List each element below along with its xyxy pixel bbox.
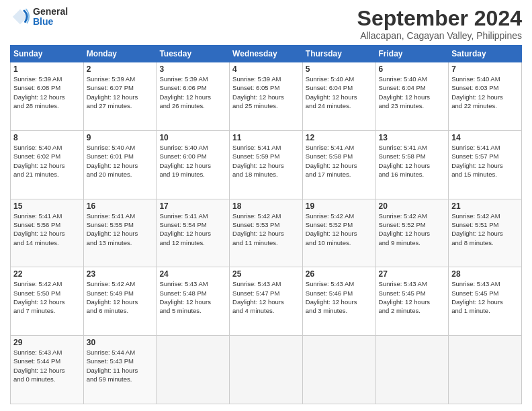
table-row: 9Sunrise: 5:40 AM Sunset: 6:01 PM Daylig… — [83, 130, 157, 199]
day-number: 21 — [451, 201, 519, 211]
table-row: 1Sunrise: 5:39 AM Sunset: 6:08 PM Daylig… — [11, 62, 84, 131]
day-info: Sunrise: 5:39 AM Sunset: 6:08 PM Dayligh… — [13, 75, 65, 109]
title-section: September 2024 Allacapan, Cagayan Valley… — [357, 7, 522, 41]
header-monday: Monday — [83, 46, 157, 62]
day-number: 27 — [379, 269, 446, 279]
calendar-row: 8Sunrise: 5:40 AM Sunset: 6:02 PM Daylig… — [11, 130, 522, 199]
day-info: Sunrise: 5:42 AM Sunset: 5:53 PM Dayligh… — [232, 212, 284, 246]
day-number: 4 — [232, 64, 300, 74]
day-number: 5 — [306, 64, 373, 74]
day-number: 28 — [451, 269, 519, 279]
day-number: 8 — [13, 133, 81, 142]
day-number: 16 — [87, 201, 154, 211]
day-number: 7 — [451, 64, 519, 74]
day-number: 6 — [379, 64, 446, 74]
table-row: 5Sunrise: 5:40 AM Sunset: 6:04 PM Daylig… — [302, 62, 375, 131]
table-row: 25Sunrise: 5:43 AM Sunset: 5:47 PM Dayli… — [230, 267, 303, 336]
header-saturday: Saturday — [449, 46, 522, 62]
table-row: 22Sunrise: 5:42 AM Sunset: 5:50 PM Dayli… — [11, 267, 84, 336]
calendar-row: 22Sunrise: 5:42 AM Sunset: 5:50 PM Dayli… — [11, 267, 522, 336]
table-row: 6Sunrise: 5:40 AM Sunset: 6:04 PM Daylig… — [375, 62, 449, 131]
day-info: Sunrise: 5:42 AM Sunset: 5:52 PM Dayligh… — [306, 212, 357, 246]
day-number: 29 — [13, 338, 81, 347]
table-row — [157, 336, 230, 404]
calendar-table: Sunday Monday Tuesday Wednesday Thursday… — [10, 45, 522, 404]
table-row: 12Sunrise: 5:41 AM Sunset: 5:58 PM Dayli… — [302, 130, 375, 199]
table-row: 7Sunrise: 5:40 AM Sunset: 6:03 PM Daylig… — [449, 62, 522, 131]
header-sunday: Sunday — [11, 46, 84, 62]
day-number: 1 — [13, 64, 81, 74]
day-number: 3 — [159, 64, 226, 74]
day-info: Sunrise: 5:43 AM Sunset: 5:46 PM Dayligh… — [306, 280, 357, 314]
day-number: 24 — [159, 269, 226, 279]
table-row — [302, 336, 375, 404]
table-row: 20Sunrise: 5:42 AM Sunset: 5:52 PM Dayli… — [375, 199, 449, 267]
header-thursday: Thursday — [302, 46, 375, 62]
day-number: 26 — [306, 269, 373, 279]
logo-blue-text: Blue — [33, 17, 68, 27]
day-info: Sunrise: 5:42 AM Sunset: 5:50 PM Dayligh… — [13, 280, 65, 314]
month-title: September 2024 — [357, 7, 522, 30]
day-info: Sunrise: 5:41 AM Sunset: 5:55 PM Dayligh… — [87, 212, 138, 246]
day-number: 19 — [306, 201, 373, 211]
day-info: Sunrise: 5:41 AM Sunset: 5:58 PM Dayligh… — [306, 144, 357, 178]
logo: General Blue — [10, 7, 68, 28]
day-number: 2 — [87, 64, 154, 74]
table-row: 23Sunrise: 5:42 AM Sunset: 5:49 PM Dayli… — [83, 267, 157, 336]
table-row: 11Sunrise: 5:41 AM Sunset: 5:59 PM Dayli… — [230, 130, 303, 199]
day-info: Sunrise: 5:43 AM Sunset: 5:45 PM Dayligh… — [451, 280, 503, 314]
table-row: 8Sunrise: 5:40 AM Sunset: 6:02 PM Daylig… — [11, 130, 84, 199]
day-number: 15 — [13, 201, 81, 211]
table-row: 15Sunrise: 5:41 AM Sunset: 5:56 PM Dayli… — [11, 199, 84, 267]
weekday-header-row: Sunday Monday Tuesday Wednesday Thursday… — [11, 46, 522, 62]
day-number: 20 — [379, 201, 446, 211]
table-row: 27Sunrise: 5:43 AM Sunset: 5:45 PM Dayli… — [375, 267, 449, 336]
header: General Blue September 2024 Allacapan, C… — [10, 7, 522, 41]
calendar-body: 1Sunrise: 5:39 AM Sunset: 6:08 PM Daylig… — [11, 62, 522, 404]
day-info: Sunrise: 5:39 AM Sunset: 6:06 PM Dayligh… — [159, 75, 211, 109]
day-info: Sunrise: 5:43 AM Sunset: 5:47 PM Dayligh… — [232, 280, 284, 314]
table-row: 21Sunrise: 5:42 AM Sunset: 5:51 PM Dayli… — [449, 199, 522, 267]
calendar-header: Sunday Monday Tuesday Wednesday Thursday… — [11, 46, 522, 62]
table-row: 4Sunrise: 5:39 AM Sunset: 6:05 PM Daylig… — [230, 62, 303, 131]
day-number: 10 — [159, 133, 226, 142]
day-info: Sunrise: 5:40 AM Sunset: 6:04 PM Dayligh… — [379, 75, 431, 109]
day-number: 30 — [87, 338, 154, 347]
day-number: 14 — [451, 133, 519, 142]
day-info: Sunrise: 5:43 AM Sunset: 5:48 PM Dayligh… — [159, 280, 211, 314]
day-info: Sunrise: 5:39 AM Sunset: 6:07 PM Dayligh… — [87, 75, 138, 109]
calendar-row: 1Sunrise: 5:39 AM Sunset: 6:08 PM Daylig… — [11, 62, 522, 131]
table-row: 10Sunrise: 5:40 AM Sunset: 6:00 PM Dayli… — [157, 130, 230, 199]
table-row — [375, 336, 449, 404]
header-friday: Friday — [375, 46, 449, 62]
table-row: 14Sunrise: 5:41 AM Sunset: 5:57 PM Dayli… — [449, 130, 522, 199]
day-info: Sunrise: 5:41 AM Sunset: 5:58 PM Dayligh… — [379, 144, 431, 178]
table-row — [449, 336, 522, 404]
table-row: 17Sunrise: 5:41 AM Sunset: 5:54 PM Dayli… — [157, 199, 230, 267]
day-number: 23 — [87, 269, 154, 279]
logo-icon — [10, 7, 30, 27]
day-info: Sunrise: 5:41 AM Sunset: 5:54 PM Dayligh… — [159, 212, 211, 246]
day-info: Sunrise: 5:44 AM Sunset: 5:43 PM Dayligh… — [87, 349, 138, 383]
table-row — [230, 336, 303, 404]
day-info: Sunrise: 5:41 AM Sunset: 5:57 PM Dayligh… — [451, 144, 503, 178]
table-row: 19Sunrise: 5:42 AM Sunset: 5:52 PM Dayli… — [302, 199, 375, 267]
day-number: 9 — [87, 133, 154, 142]
table-row: 13Sunrise: 5:41 AM Sunset: 5:58 PM Dayli… — [375, 130, 449, 199]
location: Allacapan, Cagayan Valley, Philippines — [357, 30, 522, 41]
day-info: Sunrise: 5:42 AM Sunset: 5:51 PM Dayligh… — [451, 212, 503, 246]
day-number: 12 — [306, 133, 373, 142]
calendar-row: 15Sunrise: 5:41 AM Sunset: 5:56 PM Dayli… — [11, 199, 522, 267]
day-number: 18 — [232, 201, 300, 211]
table-row: 26Sunrise: 5:43 AM Sunset: 5:46 PM Dayli… — [302, 267, 375, 336]
day-info: Sunrise: 5:40 AM Sunset: 6:00 PM Dayligh… — [159, 144, 211, 178]
logo-text: General Blue — [33, 7, 68, 28]
day-info: Sunrise: 5:40 AM Sunset: 6:03 PM Dayligh… — [451, 75, 503, 109]
table-row: 18Sunrise: 5:42 AM Sunset: 5:53 PM Dayli… — [230, 199, 303, 267]
table-row: 30Sunrise: 5:44 AM Sunset: 5:43 PM Dayli… — [83, 336, 157, 404]
page: General Blue September 2024 Allacapan, C… — [0, 0, 532, 411]
calendar-row: 29Sunrise: 5:43 AM Sunset: 5:44 PM Dayli… — [11, 336, 522, 404]
header-wednesday: Wednesday — [230, 46, 303, 62]
header-tuesday: Tuesday — [157, 46, 230, 62]
day-info: Sunrise: 5:43 AM Sunset: 5:44 PM Dayligh… — [13, 349, 65, 383]
